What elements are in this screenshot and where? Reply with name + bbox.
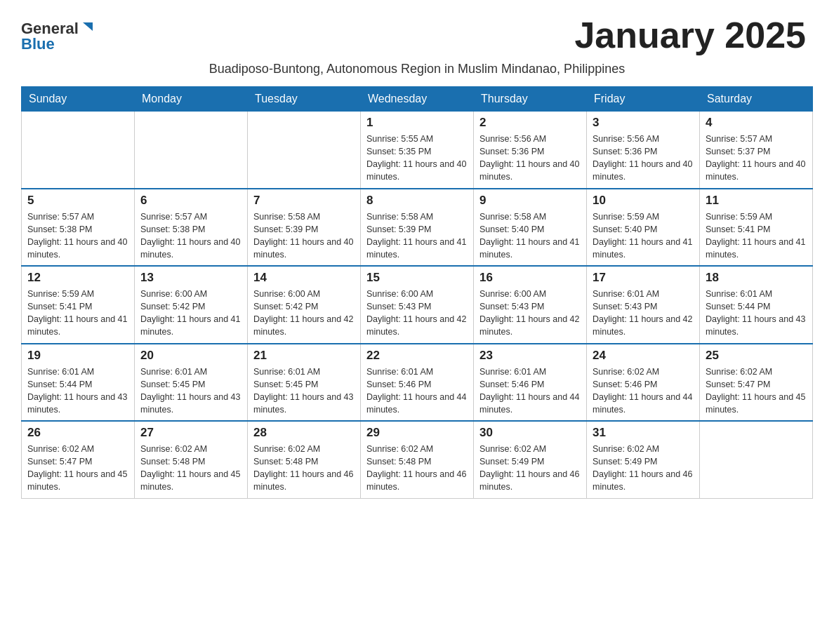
day-number: 14	[253, 271, 355, 285]
logo-arrow-icon	[80, 20, 95, 35]
calendar-day-cell: 4Sunrise: 5:57 AMSunset: 5:37 PMDaylight…	[700, 112, 813, 189]
calendar-day-cell: 22Sunrise: 6:01 AMSunset: 5:46 PMDayligh…	[361, 344, 474, 422]
day-info: Sunrise: 6:02 AMSunset: 5:47 PMDaylight:…	[706, 365, 807, 417]
day-info: Sunrise: 5:59 AMSunset: 5:41 PMDaylight:…	[27, 288, 128, 339]
logo-text-general: General	[21, 21, 79, 36]
calendar-day-cell: 25Sunrise: 6:02 AMSunset: 5:47 PMDayligh…	[700, 344, 813, 422]
day-number: 2	[479, 116, 581, 130]
day-info: Sunrise: 5:56 AMSunset: 5:36 PMDaylight:…	[593, 133, 694, 184]
day-info: Sunrise: 6:00 AMSunset: 5:43 PMDaylight:…	[479, 288, 581, 339]
calendar-day-cell: 14Sunrise: 6:00 AMSunset: 5:42 PMDayligh…	[248, 266, 361, 344]
calendar: SundayMondayTuesdayWednesdayThursdayFrid…	[21, 86, 813, 499]
calendar-day-cell: 19Sunrise: 6:01 AMSunset: 5:44 PMDayligh…	[22, 344, 135, 422]
calendar-day-cell: 10Sunrise: 5:59 AMSunset: 5:40 PMDayligh…	[587, 189, 700, 267]
calendar-day-cell	[700, 421, 813, 498]
day-info: Sunrise: 6:01 AMSunset: 5:45 PMDaylight:…	[253, 365, 355, 417]
subtitle: Buadiposo-Buntong, Autonomous Region in …	[21, 62, 813, 76]
day-info: Sunrise: 6:02 AMSunset: 5:48 PMDaylight:…	[140, 443, 241, 494]
day-info: Sunrise: 6:00 AMSunset: 5:43 PMDaylight:…	[366, 288, 468, 339]
calendar-day-cell: 8Sunrise: 5:58 AMSunset: 5:39 PMDaylight…	[361, 189, 474, 267]
day-number: 15	[366, 271, 468, 285]
day-number: 8	[366, 194, 468, 208]
calendar-header-wednesday: Wednesday	[361, 87, 474, 112]
calendar-day-cell: 18Sunrise: 6:01 AMSunset: 5:44 PMDayligh…	[700, 266, 813, 344]
day-number: 9	[479, 194, 581, 208]
day-number: 10	[593, 194, 694, 208]
day-number: 1	[366, 116, 468, 130]
calendar-header-thursday: Thursday	[474, 87, 587, 112]
calendar-day-cell: 2Sunrise: 5:56 AMSunset: 5:36 PMDaylight…	[474, 112, 587, 189]
day-number: 29	[366, 426, 468, 440]
svg-marker-0	[83, 22, 93, 31]
day-info: Sunrise: 5:59 AMSunset: 5:40 PMDaylight:…	[593, 210, 694, 262]
calendar-day-cell: 21Sunrise: 6:01 AMSunset: 5:45 PMDayligh…	[248, 344, 361, 422]
day-number: 12	[27, 271, 128, 285]
day-info: Sunrise: 6:01 AMSunset: 5:44 PMDaylight:…	[706, 288, 807, 339]
calendar-day-cell: 24Sunrise: 6:02 AMSunset: 5:46 PMDayligh…	[587, 344, 700, 422]
day-number: 20	[140, 349, 241, 363]
day-number: 27	[140, 426, 241, 440]
day-number: 24	[593, 349, 694, 363]
calendar-header-sunday: Sunday	[22, 87, 135, 112]
day-number: 18	[706, 271, 807, 285]
calendar-day-cell: 11Sunrise: 5:59 AMSunset: 5:41 PMDayligh…	[700, 189, 813, 267]
day-number: 26	[27, 426, 128, 440]
calendar-header-tuesday: Tuesday	[248, 87, 361, 112]
calendar-day-cell: 28Sunrise: 6:02 AMSunset: 5:48 PMDayligh…	[248, 421, 361, 498]
day-info: Sunrise: 6:02 AMSunset: 5:49 PMDaylight:…	[479, 443, 581, 494]
calendar-day-cell: 26Sunrise: 6:02 AMSunset: 5:47 PMDayligh…	[22, 421, 135, 498]
day-number: 11	[706, 194, 807, 208]
calendar-week-row: 12Sunrise: 5:59 AMSunset: 5:41 PMDayligh…	[22, 266, 813, 344]
day-number: 16	[479, 271, 581, 285]
day-info: Sunrise: 5:58 AMSunset: 5:39 PMDaylight:…	[366, 210, 468, 262]
calendar-day-cell: 27Sunrise: 6:02 AMSunset: 5:48 PMDayligh…	[135, 421, 248, 498]
day-number: 13	[140, 271, 241, 285]
day-info: Sunrise: 5:55 AMSunset: 5:35 PMDaylight:…	[366, 133, 468, 184]
calendar-day-cell: 5Sunrise: 5:57 AMSunset: 5:38 PMDaylight…	[22, 189, 135, 267]
calendar-day-cell: 7Sunrise: 5:58 AMSunset: 5:39 PMDaylight…	[248, 189, 361, 267]
day-number: 21	[253, 349, 355, 363]
day-info: Sunrise: 6:02 AMSunset: 5:47 PMDaylight:…	[27, 443, 128, 494]
calendar-day-cell: 17Sunrise: 6:01 AMSunset: 5:43 PMDayligh…	[587, 266, 700, 344]
calendar-day-cell: 13Sunrise: 6:00 AMSunset: 5:42 PMDayligh…	[135, 266, 248, 344]
day-info: Sunrise: 6:00 AMSunset: 5:42 PMDaylight:…	[140, 288, 241, 339]
calendar-day-cell: 16Sunrise: 6:00 AMSunset: 5:43 PMDayligh…	[474, 266, 587, 344]
day-number: 30	[479, 426, 581, 440]
month-title: January 2025	[95, 14, 813, 56]
day-info: Sunrise: 5:56 AMSunset: 5:36 PMDaylight:…	[479, 133, 581, 184]
calendar-day-cell: 23Sunrise: 6:01 AMSunset: 5:46 PMDayligh…	[474, 344, 587, 422]
calendar-week-row: 1Sunrise: 5:55 AMSunset: 5:35 PMDaylight…	[22, 112, 813, 189]
day-info: Sunrise: 6:01 AMSunset: 5:45 PMDaylight:…	[140, 365, 241, 417]
calendar-day-cell: 15Sunrise: 6:00 AMSunset: 5:43 PMDayligh…	[361, 266, 474, 344]
calendar-header-friday: Friday	[587, 87, 700, 112]
day-info: Sunrise: 5:58 AMSunset: 5:40 PMDaylight:…	[479, 210, 581, 262]
calendar-day-cell: 9Sunrise: 5:58 AMSunset: 5:40 PMDaylight…	[474, 189, 587, 267]
day-info: Sunrise: 5:59 AMSunset: 5:41 PMDaylight:…	[706, 210, 807, 262]
calendar-week-row: 26Sunrise: 6:02 AMSunset: 5:47 PMDayligh…	[22, 421, 813, 498]
calendar-header-monday: Monday	[135, 87, 248, 112]
calendar-day-cell	[135, 112, 248, 189]
calendar-week-row: 19Sunrise: 6:01 AMSunset: 5:44 PMDayligh…	[22, 344, 813, 422]
day-info: Sunrise: 6:01 AMSunset: 5:43 PMDaylight:…	[593, 288, 694, 339]
day-info: Sunrise: 6:01 AMSunset: 5:46 PMDaylight:…	[366, 365, 468, 417]
day-number: 19	[27, 349, 128, 363]
calendar-day-cell	[22, 112, 135, 189]
day-info: Sunrise: 6:01 AMSunset: 5:44 PMDaylight:…	[27, 365, 128, 417]
day-number: 28	[253, 426, 355, 440]
logo-text-blue: Blue	[21, 35, 55, 53]
day-info: Sunrise: 6:02 AMSunset: 5:48 PMDaylight:…	[366, 443, 468, 494]
calendar-header-saturday: Saturday	[700, 87, 813, 112]
day-info: Sunrise: 5:58 AMSunset: 5:39 PMDaylight:…	[253, 210, 355, 262]
day-info: Sunrise: 5:57 AMSunset: 5:38 PMDaylight:…	[140, 210, 241, 262]
calendar-day-cell: 20Sunrise: 6:01 AMSunset: 5:45 PMDayligh…	[135, 344, 248, 422]
day-number: 7	[253, 194, 355, 208]
header: General Blue January 2025	[21, 14, 813, 56]
day-info: Sunrise: 6:01 AMSunset: 5:46 PMDaylight:…	[479, 365, 581, 417]
day-number: 31	[593, 426, 694, 440]
calendar-body: 1Sunrise: 5:55 AMSunset: 5:35 PMDaylight…	[22, 112, 813, 499]
calendar-day-cell: 1Sunrise: 5:55 AMSunset: 5:35 PMDaylight…	[361, 112, 474, 189]
day-number: 17	[593, 271, 694, 285]
calendar-day-cell: 29Sunrise: 6:02 AMSunset: 5:48 PMDayligh…	[361, 421, 474, 498]
day-info: Sunrise: 6:02 AMSunset: 5:48 PMDaylight:…	[253, 443, 355, 494]
day-number: 23	[479, 349, 581, 363]
